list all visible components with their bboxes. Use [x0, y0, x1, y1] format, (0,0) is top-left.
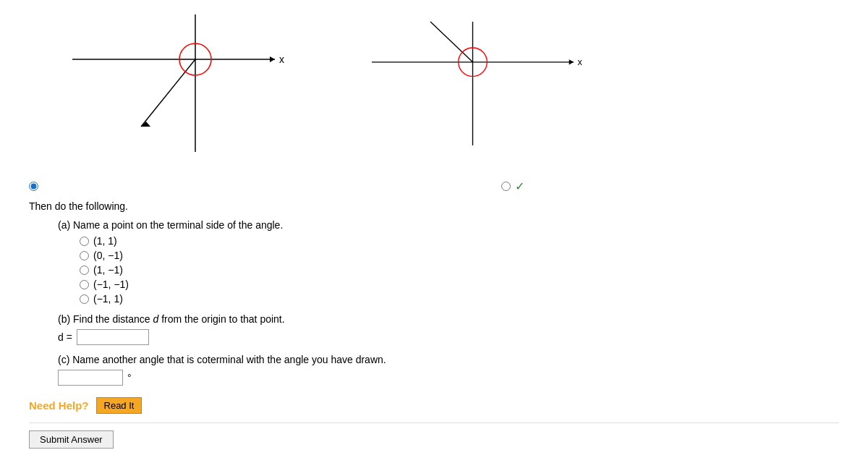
check-icon: ✓ — [515, 179, 524, 193]
degree-symbol: ° — [127, 372, 132, 383]
label-neg1-1: (−1, 1) — [93, 293, 123, 305]
separator — [29, 423, 839, 423]
label-0-neg1: (0, −1) — [93, 250, 123, 261]
radio-0-neg1[interactable] — [80, 251, 89, 260]
part-b-section: (b) Find the distance d from the origin … — [58, 313, 839, 345]
part-c-section: (c) Name another angle that is cotermina… — [58, 354, 839, 386]
left-diagram: x — [29, 7, 289, 166]
option-1-neg1: (1, −1) — [80, 264, 839, 276]
d-input-row: d = — [58, 329, 839, 345]
option-neg1-1: (−1, 1) — [80, 293, 839, 305]
right-radio[interactable] — [501, 182, 511, 191]
need-help-row: Need Help? Read It — [29, 397, 839, 414]
svg-text:x: x — [279, 54, 284, 65]
option-1-1: (1, 1) — [80, 235, 839, 247]
submit-button[interactable]: Submit Answer — [29, 430, 114, 449]
left-radio[interactable] — [29, 182, 38, 191]
submit-row: Submit Answer — [29, 430, 839, 449]
instructions-text: Then do the following. — [29, 200, 839, 212]
radio-neg1-neg1[interactable] — [80, 280, 89, 289]
coterminal-input-row: ° — [58, 370, 839, 386]
part-b-label: (b) Find the distance d from the origin … — [58, 313, 839, 325]
label-neg1-neg1: (−1, −1) — [93, 279, 129, 290]
right-diagram: x — [333, 7, 593, 166]
part-c-label: (c) Name another angle that is cotermina… — [58, 354, 839, 365]
svg-line-11 — [430, 22, 473, 62]
read-it-button[interactable]: Read It — [96, 397, 142, 414]
radio-neg1-1[interactable] — [80, 294, 89, 304]
d-input[interactable] — [77, 329, 149, 345]
option-0-neg1: (0, −1) — [80, 250, 839, 261]
svg-marker-8 — [569, 59, 574, 64]
bottom-indicators: ✓ — [29, 179, 839, 193]
radio-1-neg1[interactable] — [80, 266, 89, 275]
part-a-label: (a) Name a point on the terminal side of… — [58, 219, 839, 231]
label-1-1: (1, 1) — [93, 235, 117, 247]
svg-text:x: x — [577, 57, 582, 67]
label-1-neg1: (1, −1) — [93, 264, 123, 276]
need-help-label: Need Help? — [29, 399, 89, 412]
part-a-section: (a) Name a point on the terminal side of… — [58, 219, 839, 305]
part-a-options: (1, 1) (0, −1) (1, −1) (−1, −1) (−1, 1) — [80, 235, 839, 305]
radio-1-1[interactable] — [80, 237, 89, 246]
svg-line-4 — [141, 59, 195, 127]
svg-marker-1 — [270, 56, 275, 62]
coterminal-input[interactable] — [58, 370, 123, 386]
option-neg1-neg1: (−1, −1) — [80, 279, 839, 290]
d-equals-label: d = — [58, 331, 72, 343]
